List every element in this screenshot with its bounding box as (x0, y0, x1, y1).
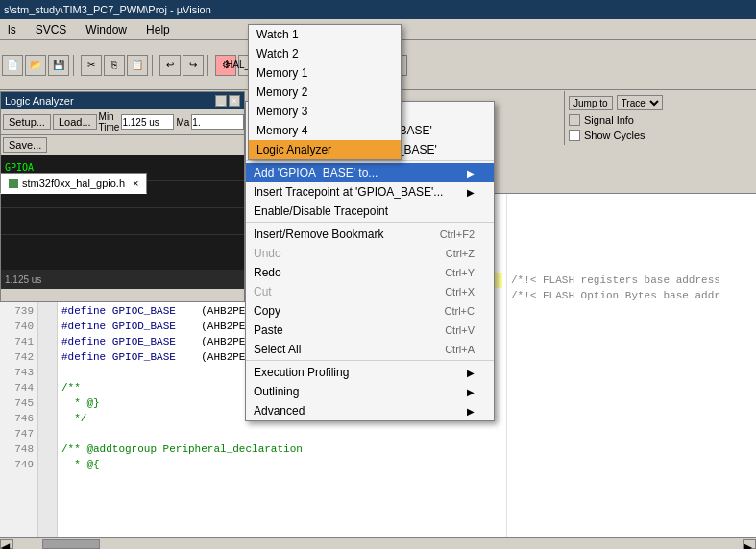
right-comment-panel: /*!< FLASH registers base address /*!< F… (506, 194, 756, 549)
la-close-button[interactable]: × (229, 95, 240, 107)
ctx-select-all-shortcut: Ctrl+A (445, 344, 475, 355)
scroll-right-button[interactable]: ▶ (743, 539, 756, 549)
ctx-bookmark-label: Insert/Remove Bookmark (254, 227, 383, 241)
jump-to-button[interactable]: Jump to (569, 96, 613, 110)
tab-label-gpio: stm32f0xx_hal_gpio.h (22, 178, 125, 189)
signal-info-checkbox[interactable] (569, 114, 580, 126)
ctx-enable-label: Enable/Disable Tracepoint (254, 204, 388, 218)
ctx-select-all[interactable]: Select All Ctrl+A (246, 340, 494, 361)
submenu-watch2[interactable]: Watch 2 (249, 44, 401, 63)
toolbar-separator-1 (73, 55, 77, 76)
undo-button[interactable]: ↩ (159, 55, 181, 76)
ctx-execution-profiling[interactable]: Execution Profiling ▶ (246, 363, 494, 382)
ctx-paste[interactable]: Paste Ctrl+V (246, 321, 494, 340)
code-line-749: * @{ (61, 457, 502, 472)
ctx-undo-label: Undo (254, 247, 281, 260)
jump-to-select[interactable]: Trace (617, 95, 663, 110)
menu-svcs[interactable]: SVCS (32, 22, 71, 37)
tab-icon-gpio (9, 179, 18, 188)
submenu-logic-analyzer-label: Logic Analyzer (256, 143, 331, 156)
la-min-time-input[interactable] (121, 114, 174, 130)
ctx-cut-label: Cut (254, 285, 272, 298)
la-setup-button[interactable]: Setup... (3, 114, 51, 130)
show-cycles-label: Show Cycles (584, 130, 646, 141)
la-minimize-button[interactable]: _ (215, 95, 227, 107)
ctx-bookmark[interactable]: Insert/Remove Bookmark Ctrl+F2 (246, 225, 494, 244)
ctx-outlining[interactable]: Outlining ▶ (246, 382, 494, 401)
la-title-bar: Logic Analyzer _ × (1, 92, 244, 109)
submenu-watch2-label: Watch 2 (256, 47, 299, 60)
tab-close-gpio[interactable]: × (133, 178, 138, 189)
menu-window[interactable]: Window (82, 22, 131, 37)
la-time-bar: 1.125 us (1, 270, 244, 289)
la-toolbar: Setup... Load... Min Time Ma (1, 109, 244, 135)
new-file-button[interactable]: 📄 (2, 55, 23, 76)
logic-analyzer-panel: Logic Analyzer _ × Setup... Load... Min … (0, 91, 245, 302)
title-bar: s\stm_study\TIM3_PC7_PWM\Proj - µVision (0, 0, 756, 19)
show-cycles-row: Show Cycles (569, 130, 752, 141)
ctx-exec-label: Execution Profiling (254, 366, 349, 379)
ctx-redo-shortcut: Ctrl+Y (445, 267, 475, 278)
ctx-outlining-arrow: ▶ (467, 387, 475, 397)
toolbar-separator-3 (207, 55, 211, 76)
la-title-text: Logic Analyzer (5, 95, 74, 107)
show-cycles-checkbox[interactable] (569, 130, 580, 141)
ctx-cut[interactable]: Cut Ctrl+X (246, 282, 494, 301)
submenu-logic-analyzer[interactable]: Logic Analyzer (249, 140, 401, 159)
submenu-memory4[interactable]: Memory 4 (249, 121, 401, 140)
paste-button[interactable]: 📋 (127, 55, 148, 76)
ctx-insert-tracepoint[interactable]: Insert Tracepoint at 'GPIOA_BASE'... ▶ (246, 182, 494, 202)
ctx-advanced-arrow: ▶ (467, 406, 475, 417)
submenu-memory2-label: Memory 2 (256, 85, 307, 99)
la-max-label: Ma (176, 117, 189, 128)
scroll-left-button[interactable]: ◀ (0, 539, 13, 549)
save-button[interactable]: 💾 (48, 55, 69, 76)
copy-button[interactable]: ⎘ (104, 55, 125, 76)
cut-button[interactable]: ✂ (81, 55, 102, 76)
ctx-paste-label: Paste (254, 323, 283, 337)
ctx-tracepoint-arrow: ▶ (467, 187, 475, 198)
ctx-exec-arrow: ▶ (467, 368, 475, 378)
ctx-redo[interactable]: Redo Ctrl+Y (246, 263, 494, 282)
submenu-memory3-label: Memory 3 (256, 105, 307, 118)
toolbar-separator-2 (152, 55, 156, 76)
submenu: Watch 1 Watch 2 Memory 1 Memory 2 Memory… (248, 24, 402, 160)
la-load-button[interactable]: Load... (53, 114, 97, 130)
ctx-enable-disable[interactable]: Enable/Disable Tracepoint (246, 202, 494, 223)
signal-panel: Jump to Trace Signal Info Show Cycles (564, 91, 756, 145)
la-time-value: 1.125 us (5, 274, 41, 285)
submenu-memory2[interactable]: Memory 2 (249, 83, 401, 102)
menu-ls[interactable]: ls (4, 22, 20, 37)
submenu-memory1-label: Memory 1 (256, 66, 307, 80)
ctx-copy[interactable]: Copy Ctrl+C (246, 301, 494, 321)
la-save-button[interactable]: Save... (3, 137, 47, 153)
tab-gpio[interactable]: stm32f0xx_hal_gpio.h × (0, 173, 147, 194)
signal-info-label: Signal Info (584, 114, 634, 126)
redo-button[interactable]: ↪ (183, 55, 204, 76)
submenu-memory3[interactable]: Memory 3 (249, 102, 401, 121)
ctx-cut-shortcut: Ctrl+X (445, 286, 475, 298)
ctx-advanced[interactable]: Advanced ▶ (246, 401, 494, 420)
ctx-tracepoint-label: Insert Tracepoint at 'GPIOA_BASE'... (254, 185, 443, 199)
ctx-outlining-label: Outlining (254, 385, 299, 398)
la-signal-row-3 (1, 208, 244, 235)
la-max-time-input[interactable] (191, 114, 244, 130)
la-min-time-label: Min Time (99, 111, 120, 132)
submenu-memory1[interactable]: Memory 1 (249, 63, 401, 83)
ctx-add-to-label: Add 'GPIOA_BASE' to... (254, 166, 378, 179)
signal-info-row: Signal Info (569, 114, 752, 126)
code-line-747 (61, 426, 502, 442)
open-file-button[interactable]: 📂 (25, 55, 46, 76)
submenu-memory4-label: Memory 4 (256, 124, 307, 137)
ctx-advanced-label: Advanced (254, 404, 305, 418)
submenu-watch1-label: Watch 1 (256, 28, 299, 41)
ctx-undo[interactable]: Undo Ctrl+Z (246, 244, 494, 263)
horizontal-scrollbar[interactable]: ◀ ▶ (0, 537, 756, 549)
submenu-watch1[interactable]: Watch 1 (249, 25, 401, 44)
menu-help[interactable]: Help (142, 22, 174, 37)
ctx-add-to[interactable]: Add 'GPIOA_BASE' to... ▶ (246, 163, 494, 182)
ctx-select-all-label: Select All (254, 343, 301, 356)
jump-to-row: Jump to Trace (569, 95, 752, 110)
scroll-thumb[interactable] (42, 539, 100, 549)
ctx-redo-label: Redo (254, 266, 281, 279)
